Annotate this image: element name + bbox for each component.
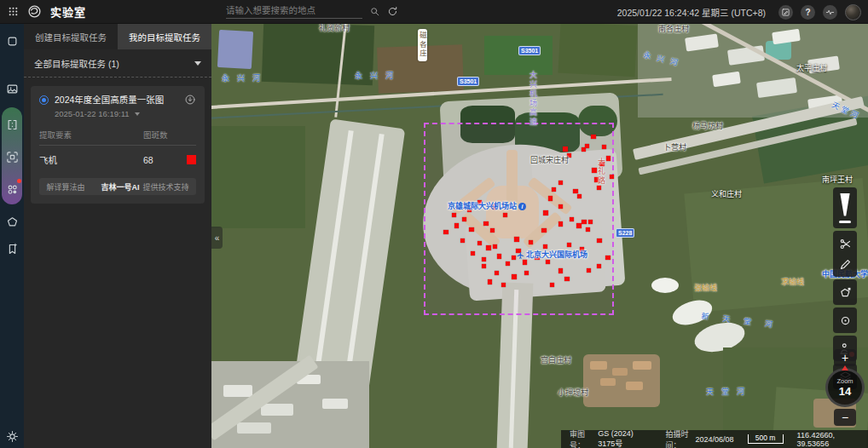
app-title: 实验室 [50, 3, 86, 20]
map-label: 宫白庄村 [541, 357, 571, 365]
zoom-in-button[interactable]: + [834, 349, 856, 366]
measure-pencil-icon [839, 258, 852, 271]
sidebar-item-apps[interactable] [0, 29, 24, 53]
locate-button[interactable] [834, 310, 856, 330]
aircraft-detection-box [548, 196, 553, 201]
map-label: 回城宋庄村 [530, 157, 569, 164]
aircraft-detection-box [585, 144, 589, 148]
map-tool-group [833, 307, 857, 333]
sidebar-item-compare[interactable] [0, 112, 24, 136]
aircraft-detection-box [452, 213, 456, 217]
aircraft-detection-box [477, 241, 482, 245]
sidebar-item-polygon[interactable] [0, 210, 24, 233]
chevron-down-icon[interactable] [135, 112, 140, 116]
apps-icon [6, 35, 19, 48]
terrain-patch [633, 361, 651, 370]
sidebar-item-gallery[interactable] [0, 77, 24, 101]
map-label: 杨马坊村 [692, 123, 723, 130]
search-bar [226, 3, 398, 19]
terrain-patch [261, 404, 293, 416]
aircraft-detection-box [523, 260, 527, 265]
sidebar-item-bookmark-add[interactable] [0, 237, 24, 261]
chevron-down-icon [194, 61, 201, 66]
map-tool-group [833, 279, 857, 305]
aircraft-detection-box [550, 283, 554, 287]
aircraft-detection-box [576, 223, 582, 228]
datetime-text: 2025/01/22 16:24:42 星期三 (UTC+8) [617, 6, 766, 19]
sidebar-item-target-scan[interactable] [0, 145, 24, 169]
station-info-icon: i [518, 203, 526, 210]
activity-button[interactable] [823, 5, 837, 20]
aircraft-detection-box [591, 135, 596, 139]
aircraft-detection-box [602, 145, 606, 149]
aircraft-detection-box [577, 194, 582, 198]
feature-row: 飞机 68 [39, 146, 196, 168]
aircraft-detection-box [524, 271, 529, 275]
app-grid-menu-icon[interactable] [8, 6, 19, 17]
sidebar-item-cluster[interactable] [0, 177, 24, 201]
swipe-minus-icon [839, 221, 851, 223]
satellite-map[interactable]: 礼贤新村南各庄村磁各庄S3501S3501S228永兴河永兴河永兴河大兴机场高速… [211, 24, 868, 448]
map-label: 礼贤新村 [319, 25, 350, 32]
tab-create-task[interactable]: 创建目标提取任务 [24, 24, 118, 49]
clip-scissors-button[interactable] [834, 233, 856, 254]
jilin1-logo-icon [88, 182, 97, 192]
edit-note-button[interactable] [778, 5, 793, 20]
user-avatar[interactable] [845, 4, 861, 20]
tab-my-tasks[interactable]: 我的目标提取任务 [118, 24, 211, 49]
help-icon: ? [805, 8, 810, 17]
aircraft-detection-box [588, 220, 593, 224]
aircraft-detection-box [610, 175, 614, 179]
credit-suffix: 提供技术支持 [143, 181, 189, 192]
zoom-tick-icon [842, 365, 848, 370]
sidebar-item-settings-gear[interactable] [0, 424, 24, 448]
terrain-patch [223, 385, 252, 397]
help-button[interactable]: ? [801, 5, 815, 20]
refresh-icon[interactable] [387, 6, 398, 17]
aircraft-detection-box [503, 213, 507, 217]
aircraft-detection-box [497, 254, 501, 259]
search-icon[interactable] [369, 6, 380, 17]
aircraft-detection-box [558, 221, 563, 227]
aircraft-detection-box [462, 217, 466, 221]
download-icon[interactable] [184, 94, 196, 106]
map-label: 义和庄村 [711, 191, 742, 198]
map-label: 永兴河 [355, 72, 401, 80]
aircraft-detection-box [460, 238, 465, 243]
map-scale-bar: 500 m [748, 434, 784, 444]
terrain-patch [600, 378, 616, 386]
aircraft-detection-box [546, 260, 550, 264]
app-root: 实验室 2025/01/22 16:24:42 星期三 (UTC+8) ? 创建… [0, 0, 868, 448]
task-radio[interactable] [39, 95, 49, 105]
activity-icon [825, 8, 835, 17]
swipe-wedge-button[interactable] [834, 190, 856, 226]
feature-color-swatch [187, 155, 196, 164]
terrain-patch [211, 126, 305, 228]
aircraft-detection-box [493, 244, 497, 249]
search-input[interactable] [226, 3, 362, 19]
notification-badge [17, 179, 21, 183]
zoom-indicator[interactable]: Zoom 14 [825, 368, 865, 407]
aircraft-detection-box [606, 156, 610, 161]
locate-icon [839, 314, 852, 327]
task-filter-dropdown[interactable]: 全部目标提取任务 (1) [24, 49, 211, 78]
map-label: 磁各庄 [418, 29, 427, 61]
bookmark-add-icon [6, 243, 19, 256]
target-scan-icon [6, 151, 19, 164]
left-icon-rail [0, 24, 24, 448]
map-label: 小押堤村 [558, 389, 588, 397]
terrain-patch [484, 36, 553, 75]
draw-polygon-button[interactable] [834, 282, 856, 302]
map-label: 大兴机场高速 [529, 71, 536, 127]
zoom-out-button[interactable]: − [834, 409, 856, 426]
aircraft-detection-box [587, 268, 591, 273]
map-label: S3501 [457, 77, 479, 86]
map-label: 南坪王村 [822, 176, 853, 184]
map-tool-group [833, 187, 857, 228]
measure-pencil-button[interactable] [834, 254, 856, 274]
compare-icon [6, 118, 19, 131]
clip-scissors-icon [839, 238, 852, 250]
panel-collapse-handle[interactable]: « [211, 227, 223, 249]
map-label: 求榆线 [781, 279, 804, 286]
task-card[interactable]: 2024年度全国高质量一张图 2025-01-22 16:19:11 提取要素 … [31, 86, 205, 204]
